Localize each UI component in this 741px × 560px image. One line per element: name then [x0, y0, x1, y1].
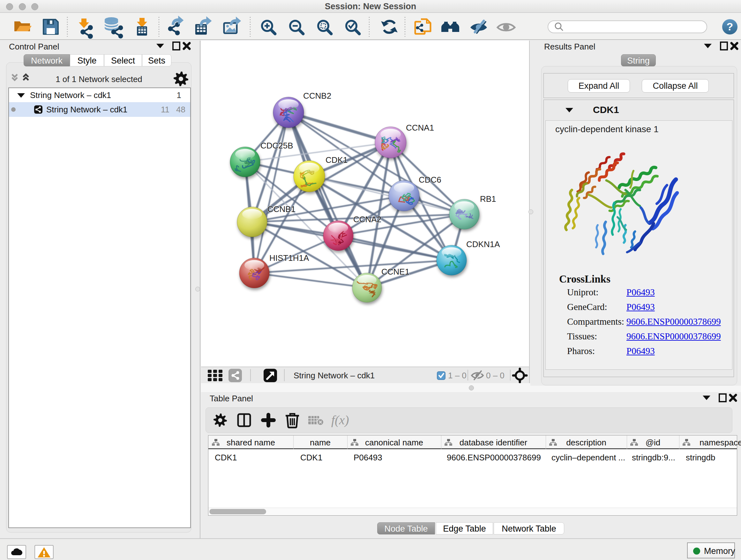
svg-text:CCNA2: CCNA2 [353, 214, 381, 224]
svg-text:CDK1: CDK1 [326, 155, 347, 165]
svg-text:CDC6: CDC6 [419, 175, 441, 185]
svg-text:HIST1H1A: HIST1H1A [269, 253, 309, 263]
svg-text:?: ? [727, 20, 733, 33]
svg-text:CCNA1: CCNA1 [406, 123, 434, 132]
svg-text:CCNE1: CCNE1 [381, 267, 409, 276]
svg-text:CDKN1A: CDKN1A [466, 240, 500, 249]
svg-text:CCNB2: CCNB2 [303, 91, 331, 101]
svg-text:CCNB1: CCNB1 [267, 204, 295, 214]
svg-text:RB1: RB1 [480, 194, 496, 204]
svg-text:CDC25B: CDC25B [260, 141, 293, 150]
